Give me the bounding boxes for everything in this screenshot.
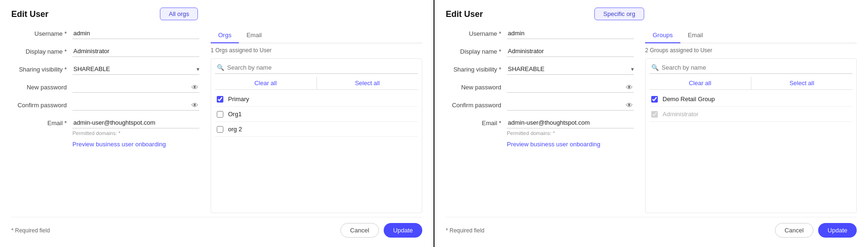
left-assigned-count: 1 Orgs assigned to User [211,47,422,54]
confirm-password-input[interactable] [72,99,199,111]
right-panel: Edit User Specific org Username * Displa… [434,0,868,247]
right-sharing-row: Sharing visibility * SHAREABLE NOT_SHARE… [446,64,634,75]
display-name-input[interactable] [72,46,199,57]
confirm-password-label: Confirm password [11,102,72,109]
confirm-password-row: Confirm password 👁 [11,99,199,111]
right-confirm-password-wrapper: 👁 [507,99,634,111]
right-confirm-password-label: Confirm password [446,102,507,109]
email-label: Email * [11,120,72,127]
right-new-password-wrapper: 👁 [507,81,634,93]
right-required-note: * Required field [446,227,484,234]
confirm-password-wrapper: 👁 [72,99,199,111]
org-checkbox-org2[interactable] [217,126,223,133]
display-name-label: Display name * [11,48,72,55]
right-assigned-count: 2 Groups assigned to User [645,47,857,54]
right-group-list: Demo Retail Group Administrator [649,92,852,210]
sharing-label: Sharing visibility * [11,66,72,73]
right-username-input[interactable] [507,28,634,39]
left-required-note: * Required field [11,227,50,234]
username-input[interactable] [72,28,199,39]
right-cancel-button[interactable]: Cancel [775,223,813,238]
list-item: Demo Retail Group [649,92,852,107]
left-org-badge[interactable]: All orgs [160,8,198,20]
right-confirm-password-input[interactable] [507,99,634,111]
right-sharing-select[interactable]: SHAREABLE NOT_SHAREABLE [507,64,634,75]
right-clear-select-row: Clear all Select all [649,77,852,90]
left-footer-buttons: Cancel Update [340,223,422,238]
right-confirm-eye-icon[interactable]: 👁 [626,101,633,109]
tab-groups[interactable]: Groups [645,28,680,43]
right-username-label: Username * [446,30,507,37]
right-search-box: 🔍 [649,62,852,74]
list-item: org 2 [215,122,418,137]
list-item: Administrator [649,107,852,122]
right-org-badge[interactable]: Specific org [594,8,644,20]
username-row: Username * [11,28,199,39]
right-form: Username * Display name * Sharing visibi… [446,28,634,213]
right-footer-buttons: Cancel Update [775,223,857,238]
left-update-button[interactable]: Update [384,223,422,238]
right-permitted-domains: Permitted domains: * [507,130,634,136]
left-footer: * Required field Cancel Update [11,217,422,238]
group-name-demo: Demo Retail Group [663,96,715,103]
right-email-row: Email * [446,117,634,128]
right-clear-all-button[interactable]: Clear all [649,77,751,89]
right-preview-link[interactable]: Preview business user onboarding [507,141,600,148]
left-search-box: 🔍 [215,62,418,74]
search-icon: 🔍 [217,64,224,71]
right-search-input[interactable] [662,64,851,71]
left-org-list: Primary Org1 org 2 [215,92,418,210]
right-title: Edit User [446,9,857,19]
right-select-all-button[interactable]: Select all [751,77,853,89]
left-right-section: Orgs Email 1 Orgs assigned to User 🔍 Cle… [211,28,422,213]
left-title: Edit User [11,9,422,19]
new-password-input[interactable] [72,81,199,93]
right-footer: * Required field Cancel Update [446,217,857,238]
tab-email-right[interactable]: Email [680,28,711,43]
right-display-name-input[interactable] [507,46,634,57]
confirm-eye-icon[interactable]: 👁 [191,101,198,109]
left-tabs: Orgs Email [211,28,422,43]
right-sharing-select-wrapper: SHAREABLE NOT_SHAREABLE ▾ [507,64,634,75]
preview-link[interactable]: Preview business user onboarding [72,141,166,148]
right-confirm-password-row: Confirm password 👁 [446,99,634,111]
left-cancel-button[interactable]: Cancel [340,223,379,238]
tab-orgs[interactable]: Orgs [211,28,239,43]
left-panel: Edit User All orgs Username * Display na… [0,0,434,247]
left-clear-all-button[interactable]: Clear all [215,77,317,89]
right-tabs: Groups Email [645,28,857,43]
display-name-row: Display name * [11,46,199,57]
right-body: Username * Display name * Sharing visibi… [446,28,857,213]
right-new-password-label: New password [446,84,507,91]
right-email-label: Email * [446,120,507,127]
username-label: Username * [11,30,72,37]
group-name-admin: Administrator [663,111,699,118]
new-password-wrapper: 👁 [72,81,199,93]
sharing-select[interactable]: SHAREABLE NOT_SHAREABLE [72,64,199,75]
right-sharing-label: Sharing visibility * [446,66,507,73]
right-email-input[interactable] [507,117,634,128]
sharing-row: Sharing visibility * SHAREABLE NOT_SHARE… [11,64,199,75]
right-list-container: 🔍 Clear all Select all Demo Retail Group… [645,58,857,213]
right-display-name-row: Display name * [446,46,634,57]
right-eye-icon[interactable]: 👁 [626,83,633,91]
org-checkbox-org1[interactable] [217,111,223,118]
email-row: Email * [11,117,199,128]
right-update-button[interactable]: Update [818,223,857,238]
left-select-all-button[interactable]: Select all [317,77,418,89]
tab-email[interactable]: Email [239,28,269,43]
left-search-input[interactable] [227,64,416,71]
org-checkbox-primary[interactable] [217,96,223,103]
group-checkbox-admin[interactable] [651,111,658,118]
org-name-org2: org 2 [228,126,242,133]
org-name-org1: Org1 [228,111,242,118]
right-new-password-input[interactable] [507,81,634,93]
permitted-domains: Permitted domains: * [72,130,199,136]
list-item: Primary [215,92,418,107]
group-checkbox-demo[interactable] [651,96,658,103]
right-search-icon: 🔍 [651,64,659,71]
email-input[interactable] [72,117,199,128]
eye-icon[interactable]: 👁 [191,83,198,91]
right-username-row: Username * [446,28,634,39]
right-display-name-label: Display name * [446,48,507,55]
